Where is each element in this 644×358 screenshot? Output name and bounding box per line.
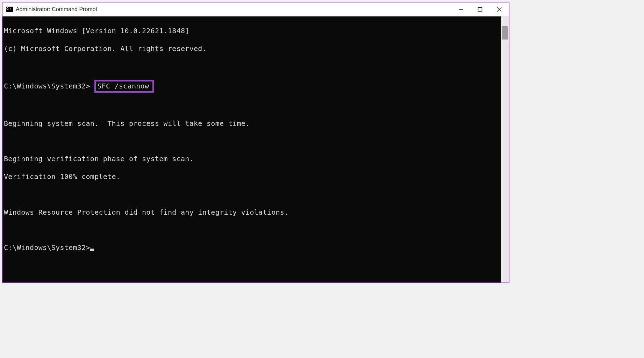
verify-done-line: Verification 100% complete. bbox=[4, 172, 500, 181]
version-line: Microsoft Windows [Version 10.0.22621.18… bbox=[4, 27, 500, 35]
command-prompt-window: Administrator: Command Prompt Microsoft … bbox=[2, 2, 509, 283]
svg-rect-1 bbox=[478, 7, 482, 11]
verify-begin-line: Beginning verification phase of system s… bbox=[4, 155, 500, 163]
scrollbar-thumb[interactable] bbox=[502, 26, 508, 40]
copyright-line: (c) Microsoft Corporation. All rights re… bbox=[4, 44, 500, 53]
cmd-icon bbox=[6, 7, 13, 12]
prompt-path: C:\Windows\System32> bbox=[4, 82, 90, 90]
scan-begin-line: Beginning system scan. This process will… bbox=[4, 119, 500, 128]
close-icon bbox=[497, 7, 502, 12]
prompt-line-1: C:\Windows\System32> SFC /scannow bbox=[4, 80, 500, 93]
terminal-area: Microsoft Windows [Version 10.0.22621.18… bbox=[2, 16, 509, 282]
result-line: Windows Resource Protection did not find… bbox=[4, 208, 500, 217]
title-bar[interactable]: Administrator: Command Prompt bbox=[2, 2, 509, 16]
window-controls bbox=[451, 2, 509, 16]
cursor bbox=[90, 249, 94, 251]
maximize-icon bbox=[478, 7, 482, 12]
prompt-line-2: C:\Windows\System32> bbox=[4, 243, 500, 252]
maximize-button[interactable] bbox=[470, 2, 489, 16]
minimize-icon bbox=[458, 7, 463, 12]
highlighted-command: SFC /scannow bbox=[94, 80, 154, 93]
close-button[interactable] bbox=[489, 2, 509, 16]
minimize-button[interactable] bbox=[451, 2, 470, 16]
scrollbar-track[interactable] bbox=[501, 16, 509, 282]
window-title: Administrator: Command Prompt bbox=[16, 6, 97, 13]
terminal-output[interactable]: Microsoft Windows [Version 10.0.22621.18… bbox=[2, 16, 501, 282]
prompt-path: C:\Windows\System32> bbox=[4, 243, 90, 252]
